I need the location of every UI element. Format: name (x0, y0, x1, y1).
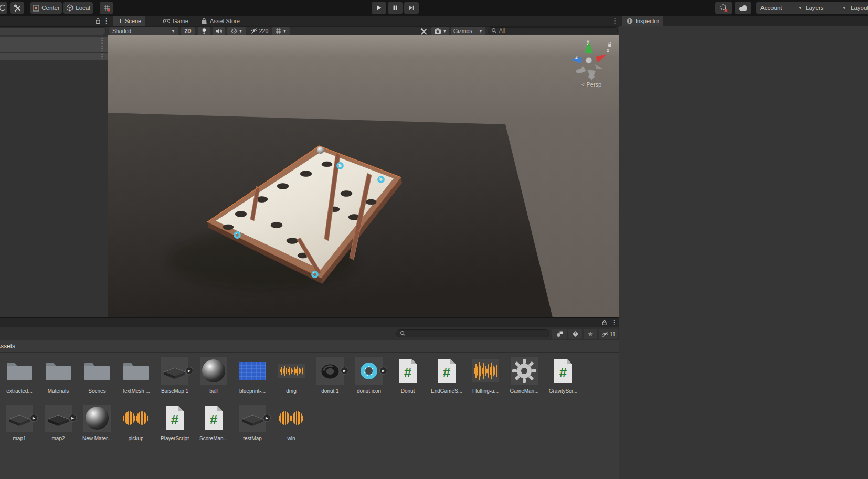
pause-button[interactable] (388, 2, 403, 14)
kebab-menu-icon[interactable]: ⋮ (611, 320, 618, 325)
asset-item-donut[interactable]: #Donut (388, 356, 427, 394)
asset-item-endgames[interactable]: #EndGameS... (427, 356, 466, 394)
transform-tool-button[interactable] (0, 2, 7, 14)
tab-game[interactable]: Game (159, 16, 193, 26)
speaker-icon (216, 28, 222, 34)
scene-grid-dropdown[interactable]: ▼ (272, 27, 290, 35)
scene-3d-render (108, 35, 619, 317)
tab-game-label: Game (173, 18, 188, 24)
projection-mode-label[interactable]: < Persp (581, 81, 601, 88)
asset-label: dmg (286, 388, 296, 394)
asset-item-donut-1[interactable]: ▶donut 1 (311, 356, 350, 394)
audio-clip-large-icon (466, 356, 505, 386)
project-visibility-toggle[interactable]: 11 (599, 329, 618, 339)
favorites-button[interactable]: ★ (584, 329, 597, 339)
tab-scene[interactable]: Scene (113, 16, 145, 26)
lock-icon[interactable] (95, 18, 101, 25)
expand-prefab-icon[interactable]: ▶ (263, 414, 270, 421)
asset-item-textmesh[interactable]: TextMesh ... (117, 356, 155, 394)
lock-icon[interactable] (601, 320, 607, 327)
axis-y-label[interactable]: y (587, 39, 589, 45)
grid-snap-button[interactable] (100, 2, 113, 14)
pivot-local-button[interactable]: Local (63, 2, 93, 14)
asset-label: win (287, 435, 295, 441)
2d-toggle-button[interactable]: 2D (181, 27, 195, 35)
asset-label: Fluffing-a... (472, 388, 499, 394)
audio-clip-small-icon (272, 356, 311, 386)
asset-label: pickup (129, 435, 144, 441)
available-tools-button[interactable] (10, 2, 24, 14)
search-by-label-button[interactable] (568, 329, 582, 339)
audio-waveform-icon (272, 403, 311, 433)
play-button[interactable] (372, 2, 386, 14)
asset-item-map2[interactable]: ▶map2 (39, 403, 78, 441)
asset-item-ball[interactable]: ball (194, 356, 233, 394)
kebab-menu-icon[interactable]: ⋮ (99, 46, 105, 51)
scene-effects-dropdown[interactable]: ▼ (227, 27, 246, 35)
scene-viewport[interactable]: y x z < Persp (108, 35, 619, 317)
step-button[interactable] (404, 2, 419, 14)
kebab-menu-icon[interactable]: ⋮ (99, 54, 105, 59)
asset-item-pickup[interactable]: pickup (117, 403, 155, 441)
donut-model-icon: ▶ (311, 356, 350, 386)
asset-item-map1[interactable]: ▶map1 (0, 403, 39, 441)
asset-item-materials[interactable]: Materials (39, 356, 78, 394)
asset-item-new-mater[interactable]: New Mater... (78, 403, 117, 441)
asset-grid-row-1: extracted...MaterialsScenesTextMesh ...▶… (0, 356, 583, 394)
list-item[interactable]: ⋮ (0, 37, 108, 45)
asset-item-donut-icon[interactable]: ▶donut icon (350, 356, 388, 394)
asset-item-fluffing-a[interactable]: Fluffing-a... (466, 356, 505, 394)
tools-icon (14, 4, 22, 12)
kebab-menu-icon[interactable]: ⋮ (611, 18, 618, 24)
scene-lighting-button[interactable] (198, 27, 210, 35)
breadcrumb[interactable]: Assets (0, 343, 15, 350)
asset-item-dmg[interactable]: dmg (272, 356, 311, 394)
gizmo-lock-icon[interactable] (608, 42, 611, 47)
axis-z-label[interactable]: z (575, 54, 578, 60)
shading-mode-dropdown[interactable]: Shaded▼ (109, 27, 178, 35)
left-panel-header: ⋮ (0, 16, 108, 27)
search-by-type-button[interactable] (552, 329, 567, 339)
list-item[interactable]: ⋮ (0, 45, 108, 52)
expand-prefab-icon[interactable]: ▶ (380, 367, 387, 374)
tab-inspector[interactable]: Inspector (622, 16, 663, 26)
asset-item-gameman[interactable]: GameMan... (505, 356, 544, 394)
asset-label: Donut (401, 388, 415, 394)
scene-tab-bar: Scene Game Asset Store ⋮ (108, 16, 619, 26)
tab-asset-store[interactable]: Asset Store (197, 16, 244, 26)
asset-item-blueprint[interactable]: blueprint-... (233, 356, 272, 394)
kebab-menu-icon[interactable]: ⋮ (99, 38, 105, 44)
expand-prefab-icon[interactable]: ▶ (30, 414, 37, 421)
project-search-input[interactable] (396, 329, 549, 337)
scene-search-input[interactable]: All (488, 27, 618, 34)
asset-item-testmap[interactable]: ▶testMap (233, 403, 272, 441)
asset-item-win[interactable]: win (272, 403, 311, 441)
account-dropdown[interactable]: Account▼ (756, 2, 807, 14)
asset-item-scenes[interactable]: Scenes (78, 356, 117, 394)
pivot-center-button[interactable]: Center (30, 2, 62, 14)
axis-x-label[interactable]: x (607, 48, 609, 54)
asset-item-baiscmap-1[interactable]: ▶BaiscMap 1 (155, 356, 194, 394)
scene-camera-dropdown[interactable]: ▼ (431, 27, 449, 35)
expand-prefab-icon[interactable]: ▶ (186, 367, 193, 374)
asset-item-extracted[interactable]: extracted... (0, 356, 39, 394)
list-item[interactable]: ⋮ (0, 53, 108, 60)
asset-item-gravityscr[interactable]: #GravityScr... (544, 356, 583, 394)
asset-label: New Mater... (82, 435, 112, 441)
layers-dropdown[interactable]: Layers▼ (801, 2, 851, 14)
main-toolbar: Center Local Account▼ Layers (0, 0, 868, 16)
asset-item-playerscript[interactable]: #PlayerScript (155, 403, 194, 441)
orientation-gizmo[interactable]: y x z (565, 37, 615, 84)
cloud-button[interactable] (735, 2, 751, 14)
collab-button[interactable] (715, 2, 732, 14)
gizmos-dropdown[interactable]: Gizmos▼ (451, 27, 485, 35)
expand-prefab-icon[interactable]: ▶ (341, 367, 348, 374)
left-panel-field[interactable] (0, 27, 106, 35)
asset-item-scoreman[interactable]: #ScoreMan... (194, 403, 233, 441)
scene-audio-button[interactable] (213, 27, 225, 35)
search-icon (400, 331, 406, 336)
scene-tools-button[interactable] (417, 27, 430, 35)
expand-prefab-icon[interactable]: ▶ (69, 414, 76, 421)
layout-dropdown[interactable]: Layout▼ (845, 2, 868, 14)
scene-visibility-toggle[interactable]: 220 (248, 27, 271, 35)
